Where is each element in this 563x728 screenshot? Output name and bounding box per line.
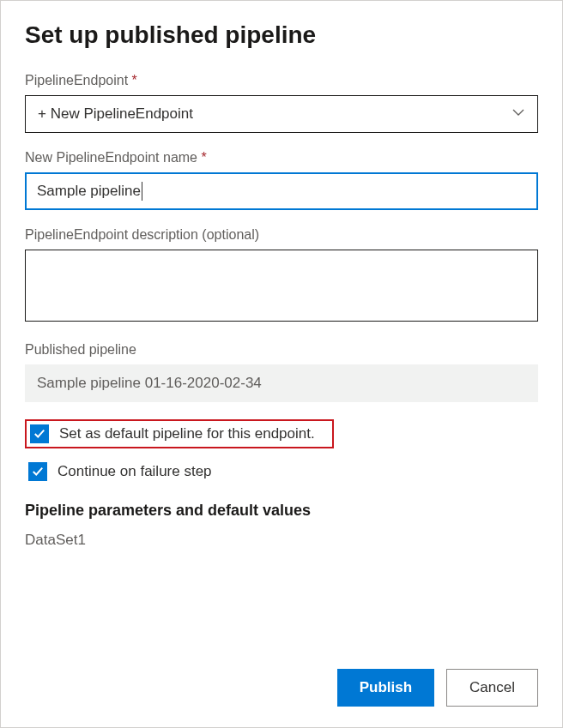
new-name-field: New PipelineEndpoint name * Sample pipel… [25, 150, 538, 210]
publish-button[interactable]: Publish [337, 669, 434, 707]
description-input[interactable] [25, 250, 538, 322]
published-pipeline-field: Published pipeline Sample pipeline 01-16… [25, 342, 538, 402]
cancel-button[interactable]: Cancel [446, 669, 538, 707]
published-pipeline-value: Sample pipeline 01-16-2020-02-34 [25, 364, 538, 402]
published-pipeline-label: Published pipeline [25, 342, 538, 358]
text-caret [142, 182, 142, 201]
description-field: PipelineEndpoint description (optional) [25, 227, 538, 325]
description-label: PipelineEndpoint description (optional) [25, 227, 538, 243]
pipeline-endpoint-select[interactable]: + New PipelineEndpoint [25, 95, 538, 133]
set-default-row: Set as default pipeline for this endpoin… [25, 419, 334, 448]
set-default-checkbox[interactable] [30, 424, 49, 443]
dialog-title: Set up published pipeline [25, 21, 538, 49]
continue-failure-checkbox[interactable] [28, 462, 47, 481]
pipeline-endpoint-label: PipelineEndpoint * [25, 73, 538, 88]
continue-failure-row: Continue on failure step [25, 459, 538, 484]
dialog-footer: Publish Cancel [337, 669, 538, 707]
continue-failure-label: Continue on failure step [58, 463, 212, 480]
set-default-label: Set as default pipeline for this endpoin… [59, 425, 315, 442]
check-icon [33, 428, 45, 440]
pipeline-endpoint-value: + New PipelineEndpoint [38, 105, 193, 123]
chevron-down-icon [512, 105, 525, 123]
parameters-header: Pipeline parameters and default values [25, 502, 538, 520]
new-name-input[interactable]: Sample pipeline [25, 172, 538, 210]
pipeline-endpoint-field: PipelineEndpoint * + New PipelineEndpoin… [25, 73, 538, 133]
parameter-name: DataSet1 [25, 532, 538, 549]
new-name-label: New PipelineEndpoint name * [25, 150, 538, 165]
check-icon [32, 466, 44, 478]
